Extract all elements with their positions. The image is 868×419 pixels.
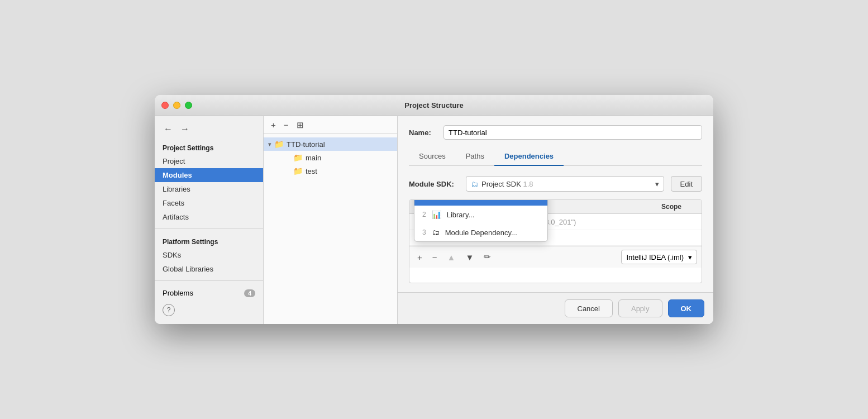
dependencies-table: Export Scope 🗂 1.8 (java v	[409, 199, 702, 283]
chevron-down-icon: ▾	[268, 141, 271, 148]
deps-edit-button[interactable]: ✏	[480, 250, 494, 264]
format-chevron-icon: ▾	[688, 253, 692, 261]
module-tree-panel: + − ⊞ ▾ 📁 TTD-tutorial 📁 main 📁	[264, 116, 398, 324]
deps-up-button[interactable]: ▲	[444, 251, 459, 264]
deps-toolbar: + − ▲ ▼ ✏ IntelliJ IDEA (.iml) ▾ 1	[409, 246, 702, 268]
minimize-button[interactable]	[173, 102, 180, 109]
deps-down-button[interactable]: ▼	[462, 251, 477, 264]
add-dependency-dropdown: 1 🗜 JARs or directories... 2 📊 Library..…	[414, 199, 548, 242]
sidebar-item-artifacts[interactable]: Artifacts	[155, 210, 263, 224]
tree-remove-button[interactable]: −	[281, 120, 292, 130]
dropdown-item-jars[interactable]: 1 🗜 JARs or directories...	[414, 199, 547, 206]
project-structure-window: Project Structure ← → Project Settings P…	[155, 95, 713, 324]
library-icon: 📊	[432, 210, 441, 219]
dropdown-item-library[interactable]: 2 📊 Library...	[414, 206, 547, 223]
tree-item-label: test	[306, 167, 317, 175]
traffic-lights	[161, 102, 192, 109]
dropdown-num-2: 2	[422, 211, 426, 218]
tree-item-label: main	[306, 154, 321, 162]
tab-dependencies[interactable]: Dependencies	[494, 147, 564, 166]
chevron-down-icon: ▾	[655, 180, 659, 188]
sidebar-item-facets[interactable]: Facets	[155, 196, 263, 210]
module-sdk-row: Module SDK: 🗂 Project SDK 1.8 ▾ Edit	[409, 176, 702, 192]
dropdown-num-1: 1	[422, 199, 426, 201]
sidebar-item-sdks[interactable]: SDKs	[155, 248, 263, 262]
deps-remove-button[interactable]: −	[429, 251, 441, 264]
sidebar-item-libraries[interactable]: Libraries	[155, 182, 263, 196]
sdk-name: Project SDK 1.8	[481, 180, 533, 188]
main-content: Name: Sources Paths Dependencies	[398, 116, 713, 292]
folder-icon-main: 📁	[293, 153, 303, 162]
forward-button[interactable]: →	[178, 123, 192, 135]
folder-icon-test: 📁	[293, 166, 303, 175]
format-select-value: IntelliJ IDEA (.iml)	[626, 253, 684, 261]
jars-icon: 🗜	[432, 199, 440, 201]
tabs-bar: Sources Paths Dependencies	[409, 147, 702, 166]
main-panel: Name: Sources Paths Dependencies	[398, 116, 713, 324]
apply-button[interactable]: Apply	[618, 299, 662, 317]
cancel-button[interactable]: Cancel	[565, 299, 613, 317]
tree-add-button[interactable]: +	[268, 120, 279, 130]
sdk-edit-button[interactable]: Edit	[671, 176, 702, 192]
sidebar-nav: ← →	[155, 121, 263, 140]
tree-item-test[interactable]: 📁 test	[264, 164, 397, 178]
col-scope-header: Scope	[657, 203, 702, 211]
dropdown-label-jars: JARs or directories...	[445, 199, 513, 201]
dropdown-item-module-dep[interactable]: 3 🗂 Module Dependency...	[414, 223, 547, 241]
tree-toolbar: + − ⊞	[264, 116, 397, 134]
platform-settings-label: Platform Settings	[155, 234, 263, 248]
module-sdk-label: Module SDK:	[409, 180, 459, 188]
bottom-bar: Cancel Apply OK	[398, 292, 713, 324]
project-settings-label: Project Settings	[155, 140, 263, 154]
sidebar-item-global-libraries[interactable]: Global Libraries	[155, 262, 263, 276]
deps-add-button[interactable]: +	[414, 251, 426, 264]
format-select[interactable]: IntelliJ IDEA (.iml) ▾	[621, 250, 697, 264]
tab-paths[interactable]: Paths	[456, 147, 494, 166]
tree-item-ttd-tutorial[interactable]: ▾ 📁 TTD-tutorial	[264, 137, 397, 151]
sidebar-item-modules[interactable]: Modules	[155, 168, 263, 182]
dropdown-label-module-dep: Module Dependency...	[445, 228, 517, 237]
tab-sources[interactable]: Sources	[409, 147, 456, 166]
sdk-folder-icon: 🗂	[471, 180, 478, 188]
folder-icon: 📁	[274, 140, 284, 149]
tree-content: ▾ 📁 TTD-tutorial 📁 main 📁 test	[264, 134, 397, 324]
module-dep-icon: 🗂	[432, 228, 440, 237]
sdk-version: 1.8	[523, 180, 533, 188]
sidebar-item-problems[interactable]: Problems 4	[155, 285, 263, 301]
back-button[interactable]: ←	[161, 123, 175, 135]
window-title: Project Structure	[404, 101, 463, 109]
problems-badge: 4	[244, 289, 255, 297]
ok-button[interactable]: OK	[668, 299, 705, 317]
tree-item-main[interactable]: 📁 main	[264, 151, 397, 164]
name-label: Name:	[409, 128, 437, 137]
sdk-select[interactable]: 🗂 Project SDK 1.8 ▾	[466, 176, 664, 192]
dropdown-label-library: Library...	[447, 211, 475, 219]
maximize-button[interactable]	[185, 102, 192, 109]
tree-copy-button[interactable]: ⊞	[294, 120, 307, 130]
help-button[interactable]: ?	[163, 304, 175, 316]
sidebar: ← → Project Settings Project Modules Lib…	[155, 116, 264, 324]
sidebar-divider-2	[155, 280, 263, 281]
close-button[interactable]	[161, 102, 169, 109]
titlebar: Project Structure	[155, 95, 713, 116]
name-input[interactable]	[443, 125, 702, 140]
sidebar-divider	[155, 228, 263, 229]
name-row: Name:	[409, 125, 702, 140]
sidebar-item-project[interactable]: Project	[155, 154, 263, 168]
window-body: ← → Project Settings Project Modules Lib…	[155, 116, 713, 324]
tree-item-label: TTD-tutorial	[287, 140, 325, 149]
dropdown-num-3: 3	[422, 228, 426, 236]
